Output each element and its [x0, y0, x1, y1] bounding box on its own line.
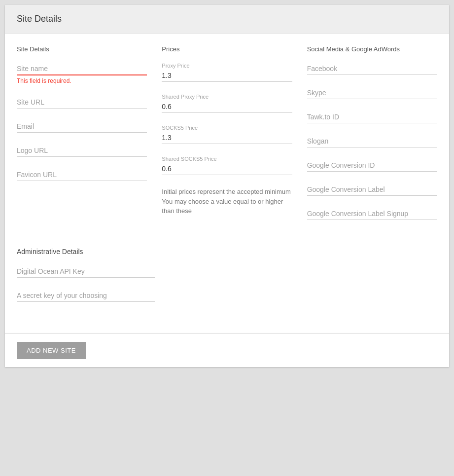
email-field-group	[17, 120, 147, 133]
secret-key-input[interactable]	[17, 290, 155, 302]
add-new-site-button[interactable]: ADD NEW SITE	[17, 342, 86, 359]
secret-key-field-group	[17, 290, 155, 302]
social-media-section: Social Media & Google AdWords	[307, 45, 437, 232]
logo-url-input[interactable]	[17, 145, 147, 157]
card-body: Site Details This field is required.	[5, 34, 449, 333]
digital-ocean-api-key-input[interactable]	[17, 265, 155, 278]
logo-url-field-group	[17, 145, 147, 157]
site-url-field-group	[17, 96, 147, 109]
google-conversion-id-input[interactable]	[307, 159, 437, 172]
site-details-section: Site Details This field is required.	[17, 45, 162, 232]
google-conversion-label-field-group	[307, 183, 437, 196]
site-name-error: This field is required.	[17, 77, 147, 84]
admin-fields	[17, 265, 155, 314]
proxy-price-label: Proxy Price	[162, 63, 292, 69]
digital-ocean-api-key-field-group	[17, 265, 155, 278]
sections-row: Site Details This field is required.	[17, 45, 437, 232]
google-conversion-label-input[interactable]	[307, 183, 437, 196]
slogan-field-group	[307, 135, 437, 147]
prices-title: Prices	[162, 45, 292, 53]
shared-socks5-price-field: Shared SOCKS5 Price	[162, 156, 292, 175]
social-media-title: Social Media & Google AdWords	[307, 45, 437, 53]
google-conversion-id-field-group	[307, 159, 437, 172]
admin-section-title: Administrative Details	[17, 248, 437, 256]
proxy-price-field: Proxy Price	[162, 63, 292, 82]
favicon-url-input[interactable]	[17, 169, 147, 181]
google-conversion-label-signup-input[interactable]	[307, 208, 437, 220]
tawk-id-field-group	[307, 111, 437, 123]
shared-proxy-price-field: Shared Proxy Price	[162, 94, 292, 113]
shared-proxy-price-label: Shared Proxy Price	[162, 94, 292, 100]
socks5-price-label: SOCKS5 Price	[162, 125, 292, 131]
site-details-title: Site Details	[17, 45, 147, 53]
site-name-input[interactable]	[17, 63, 147, 75]
facebook-input[interactable]	[307, 63, 437, 75]
prices-hint: Initial prices represent the accepted mi…	[162, 187, 292, 216]
socks5-price-field: SOCKS5 Price	[162, 125, 292, 144]
shared-socks5-price-input[interactable]	[162, 163, 292, 175]
slogan-input[interactable]	[307, 135, 437, 147]
skype-field-group	[307, 87, 437, 99]
facebook-field-group	[307, 63, 437, 75]
email-input[interactable]	[17, 120, 147, 133]
card-header: Site Details	[5, 5, 449, 34]
admin-section: Administrative Details	[17, 248, 437, 314]
skype-input[interactable]	[307, 87, 437, 99]
favicon-url-field-group	[17, 169, 147, 181]
socks5-price-input[interactable]	[162, 132, 292, 144]
shared-socks5-price-label: Shared SOCKS5 Price	[162, 156, 292, 162]
proxy-price-input[interactable]	[162, 70, 292, 82]
prices-section: Prices Proxy Price Shared Proxy Price SO…	[162, 45, 307, 232]
page-wrapper: Site Details Site Details This field is …	[0, 0, 454, 372]
site-url-input[interactable]	[17, 96, 147, 109]
bottom-bar: ADD NEW SITE	[5, 333, 449, 367]
tawk-id-input[interactable]	[307, 111, 437, 123]
page-title: Site Details	[17, 14, 62, 24]
main-card: Site Details Site Details This field is …	[5, 5, 449, 333]
google-conversion-label-signup-field-group	[307, 208, 437, 220]
site-name-field-group: This field is required.	[17, 63, 147, 84]
shared-proxy-price-input[interactable]	[162, 101, 292, 113]
